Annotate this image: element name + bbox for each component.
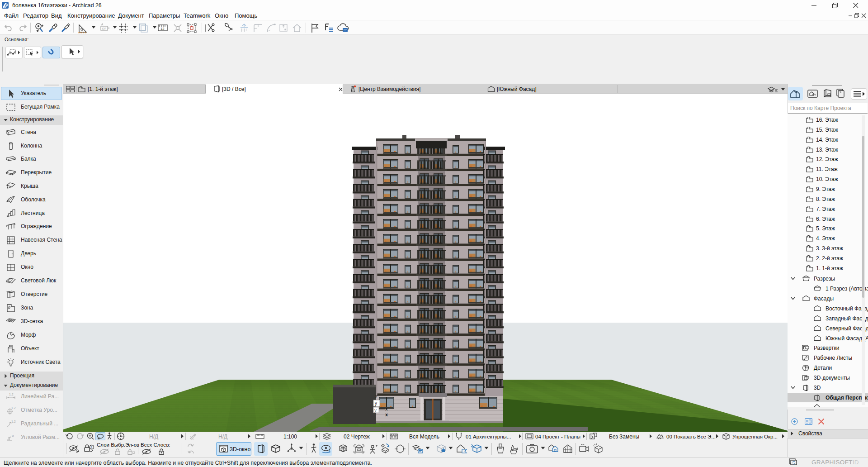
svg-text:α: α	[12, 434, 14, 438]
svg-text:y: y	[375, 401, 377, 406]
svg-text:XY: XY	[102, 27, 106, 30]
svg-text:z: z	[375, 394, 378, 399]
svg-text:x: x	[385, 412, 388, 417]
svg-text:1.2: 1.2	[9, 393, 14, 396]
svg-text:x: x	[385, 406, 388, 411]
svg-text:y: y	[374, 408, 377, 413]
svg-text:1.2: 1.2	[11, 406, 16, 410]
svg-text:1.2: 1.2	[11, 420, 16, 423]
svg-text:!: !	[91, 446, 92, 449]
svg-text:12: 12	[160, 27, 164, 31]
